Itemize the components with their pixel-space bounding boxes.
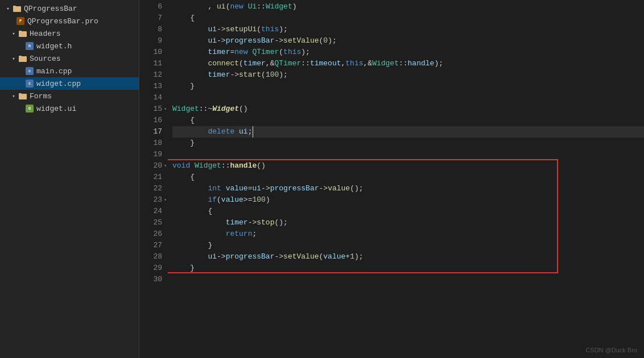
tree-label-forms: Forms [30, 92, 52, 101]
ln-14: 14 [139, 92, 162, 103]
code-line-13: } [172, 81, 644, 92]
tree-label-main-cpp: main.cpp [36, 67, 72, 76]
tree-root[interactable]: QProgressBar [0, 2, 139, 15]
code-line-30 [172, 274, 644, 285]
tree-label-widget-cpp: widget.cpp [36, 80, 81, 88]
folder-icon-root [13, 4, 22, 13]
code-line-21: { [172, 172, 644, 183]
svg-rect-4 [19, 31, 22, 32]
code-line-27: } [172, 240, 644, 251]
tree-item-widget-ui[interactable]: U widget.ui [0, 102, 139, 115]
code-line-28: ui->progressBar->setValue(value+1); [172, 251, 644, 263]
cpp-file-icon-main: c [25, 66, 34, 76]
folder-icon-headers [18, 29, 27, 38]
tree-label-widget-h: widget.h [36, 42, 72, 51]
tree-item-widget-h[interactable]: h widget.h [0, 40, 139, 52]
chevron-headers [10, 30, 17, 37]
ln-26: 26 [139, 228, 162, 240]
ln-24: 24 [139, 206, 162, 217]
file-tree: QProgressBar P QProgressBar.pro Headers … [0, 0, 139, 358]
code-line-10: timer=new QTimer(this); [172, 47, 644, 58]
code-line-25: timer->stop(); [172, 217, 644, 228]
code-line-6: , ui(new Ui::Widget) [172, 1, 644, 13]
ln-27: 27 [139, 240, 162, 251]
tree-label-pro: QProgressBar.pro [27, 17, 98, 26]
folder-icon-forms [18, 91, 27, 101]
code-line-16: { [172, 115, 644, 126]
code-line-15: Widget::~Widget() [172, 103, 644, 115]
cpp-file-icon-widget: c [25, 79, 34, 88]
code-line-11: connect(timer,&QTimer::timeout,this,&Wid… [172, 58, 644, 69]
ln-23: 23 ▾ [139, 194, 162, 206]
ln-15: 15 ▾ [139, 103, 162, 115]
ln-10: 10 [139, 47, 162, 58]
h-file-icon: h [25, 41, 34, 51]
folder-icon-sources [18, 54, 27, 63]
code-line-29: } [172, 263, 644, 274]
svg-rect-6 [19, 56, 22, 57]
ln-17: 17 [139, 126, 162, 138]
code-line-8: ui->setupUi(this); [172, 24, 644, 35]
code-line-17: delete ui; [172, 126, 644, 138]
ln-30: 30 [139, 274, 162, 285]
code-line-7: { [172, 13, 644, 24]
ln-16: 16 [139, 115, 162, 126]
ln-11: 11 [139, 58, 162, 69]
svg-rect-8 [19, 93, 22, 95]
ln-7: 7 [139, 13, 162, 24]
ln-28: 28 [139, 251, 162, 263]
tree-item-widget-cpp[interactable]: c widget.cpp [0, 77, 139, 90]
ln-8: 8 [139, 24, 162, 35]
ln-12: 12 [139, 69, 162, 81]
pro-file-icon: P [16, 16, 25, 26]
ln-29: 29 [139, 263, 162, 274]
line-numbers: 6 7 8 9 10 11 12 13 14 15 ▾ 16 17 18 19 … [139, 0, 168, 358]
ln-20: 20 ▾ [139, 160, 162, 172]
code-line-22: int value=ui->progressBar->value(); [172, 183, 644, 194]
chevron-root [5, 5, 11, 12]
svg-rect-2 [13, 6, 16, 7]
tree-item-main-cpp[interactable]: c main.cpp [0, 65, 139, 77]
chevron-sources [10, 55, 17, 62]
tree-item-pro[interactable]: P QProgressBar.pro [0, 15, 139, 27]
code-editor[interactable]: 6 7 8 9 10 11 12 13 14 15 ▾ 16 17 18 19 … [139, 0, 644, 358]
collapse-15: ▾ [164, 103, 167, 115]
code-line-19 [172, 149, 644, 160]
ln-22: 22 [139, 183, 162, 194]
tree-root-label: QProgressBar [24, 5, 77, 13]
code-line-23: if(value>=100) [172, 194, 644, 206]
code-line-12: timer->start(100); [172, 69, 644, 81]
ln-9: 9 [139, 35, 162, 47]
tree-label-widget-ui: widget.ui [36, 105, 76, 113]
chevron-forms [10, 93, 17, 99]
code-line-9: ui->progressBar->setValue(0); [172, 35, 644, 47]
collapse-23: ▾ [164, 194, 167, 206]
code-line-24: { [172, 206, 644, 217]
ln-25: 25 [139, 217, 162, 228]
code-line-20: void Widget::handle() [172, 160, 644, 172]
ln-6: 6 [139, 1, 162, 13]
ln-18: 18 [139, 138, 162, 149]
ui-file-icon: U [25, 104, 34, 113]
ln-19: 19 [139, 149, 162, 160]
tree-forms[interactable]: Forms [0, 90, 139, 102]
code-line-26: return; [172, 228, 644, 240]
ln-21: 21 [139, 172, 162, 183]
ln-13: 13 [139, 81, 162, 92]
collapse-20: ▾ [164, 160, 167, 172]
watermark: CSDN @Duck Bro [585, 347, 637, 353]
code-line-14 [172, 92, 644, 103]
tree-sources[interactable]: Sources [0, 52, 139, 65]
tree-label-headers: Headers [30, 30, 61, 38]
tree-headers[interactable]: Headers [0, 27, 139, 40]
code-content: , ui(new Ui::Widget) { ui->setupUi(this)… [168, 0, 644, 358]
tree-label-sources: Sources [30, 55, 61, 63]
code-line-18: } [172, 138, 644, 149]
